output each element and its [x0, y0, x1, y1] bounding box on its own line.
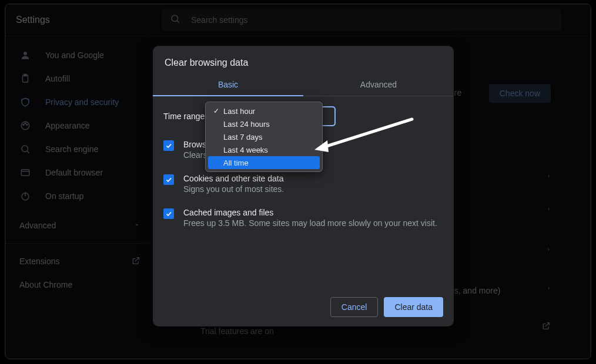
check-now-button[interactable]: Check now [489, 84, 551, 103]
person-icon [19, 50, 31, 60]
sidebar: You and Google Autofill Privacy and secu… [5, 36, 155, 359]
svg-point-0 [172, 15, 178, 22]
option-subtitle: Signs you out of most sites. [183, 184, 284, 194]
clipboard-icon [19, 73, 31, 84]
sidebar-item-label: You and Google [45, 50, 104, 60]
tab-basic[interactable]: Basic [153, 73, 303, 96]
sidebar-item-autofill[interactable]: Autofill [5, 67, 155, 90]
search-icon [170, 14, 180, 26]
time-range-dropdown: ✓ Last hour Last 24 hours Last 7 days La… [205, 102, 323, 172]
option-title: Cached images and files [183, 208, 437, 217]
sidebar-item-you-and-google[interactable]: You and Google [5, 43, 155, 67]
dropdown-option-all-time[interactable]: All time [208, 156, 320, 169]
option-title: Cookies and other site data [183, 174, 284, 183]
cancel-button[interactable]: Cancel [330, 297, 379, 317]
sidebar-item-label: Appearance [45, 121, 90, 130]
sidebar-item-label: Default browser [45, 168, 103, 177]
dropdown-option-last-24h[interactable]: Last 24 hours [206, 117, 322, 130]
palette-icon [19, 120, 31, 131]
checkbox-checked-icon[interactable] [163, 208, 174, 219]
text-fragment: ps, and more) [450, 286, 500, 295]
sidebar-item-appearance[interactable]: Appearance [5, 114, 155, 137]
svg-rect-11 [21, 170, 29, 176]
checkbox-checked-icon[interactable] [163, 140, 174, 151]
checkmark-icon: ✓ [212, 107, 221, 115]
dropdown-option-label: Last 24 hours [223, 120, 270, 129]
dropdown-option-last-4w[interactable]: Last 4 weeks [206, 143, 322, 156]
dropdown-option-last-7d[interactable]: Last 7 days [206, 130, 322, 143]
open-in-new-icon [131, 256, 140, 267]
clear-browsing-data-dialog: Clear browsing data Basic Advanced Time … [153, 46, 454, 326]
sidebar-link-extensions[interactable]: Extensions [5, 250, 155, 273]
sidebar-link-about-chrome[interactable]: About Chrome [5, 273, 155, 296]
shield-icon [19, 97, 31, 107]
tab-advanced[interactable]: Advanced [303, 73, 454, 96]
dropdown-option-label: Last 4 weeks [223, 146, 268, 154]
sidebar-item-label: Autofill [45, 74, 70, 83]
sidebar-item-label: Privacy and security [45, 97, 119, 107]
dialog-tabs: Basic Advanced [153, 73, 454, 96]
svg-line-10 [27, 151, 29, 153]
clear-data-button[interactable]: Clear data [384, 297, 443, 317]
browser-icon [19, 167, 31, 178]
search-placeholder: Search settings [191, 15, 248, 25]
trial-features-text: Trial features are on [200, 326, 274, 336]
chevron-down-icon [133, 221, 140, 230]
checkbox-checked-icon[interactable] [163, 174, 174, 185]
svg-point-7 [25, 123, 26, 124]
svg-point-9 [22, 146, 28, 152]
option-cookies[interactable]: Cookies and other site data Signs you ou… [163, 174, 443, 194]
open-in-new-icon [541, 321, 551, 333]
chevron-right-icon: › [548, 173, 550, 179]
sidebar-item-search-engine[interactable]: Search engine [5, 137, 155, 161]
svg-line-1 [177, 21, 179, 22]
sidebar-item-privacy-security[interactable]: Privacy and security [5, 90, 155, 114]
option-subtitle: Frees up 3.5 MB. Some sites may load mor… [183, 218, 437, 228]
divider [5, 243, 155, 244]
search-input[interactable]: Search settings [162, 9, 561, 31]
svg-point-8 [26, 124, 28, 126]
sidebar-link-label: Extensions [19, 257, 59, 266]
dropdown-option-label: All time [223, 159, 249, 167]
advanced-label: Advanced [19, 221, 56, 230]
sidebar-advanced-toggle[interactable]: Advanced [5, 213, 155, 238]
dialog-title: Clear browsing data [153, 46, 454, 73]
power-icon [19, 191, 31, 201]
option-cached[interactable]: Cached images and files Frees up 3.5 MB.… [163, 208, 443, 228]
svg-point-6 [23, 124, 24, 126]
chevron-right-icon: › [548, 205, 550, 212]
search-icon [19, 144, 31, 154]
sidebar-item-label: On startup [45, 191, 83, 201]
dropdown-option-label: Last hour [223, 107, 255, 116]
chevron-right-icon: › [548, 285, 550, 291]
dropdown-option-label: Last 7 days [223, 133, 263, 141]
sidebar-item-label: Search engine [45, 144, 98, 154]
sidebar-item-default-browser[interactable]: Default browser [5, 161, 155, 184]
svg-rect-4 [24, 75, 27, 76]
page-title: Settings [16, 15, 157, 25]
option-title: Brows [183, 140, 207, 149]
sidebar-item-on-startup[interactable]: On startup [5, 184, 155, 208]
dropdown-option-last-hour[interactable]: ✓ Last hour [206, 105, 322, 117]
option-subtitle: Clears [183, 150, 207, 160]
time-range-label: Time range [163, 112, 205, 121]
chevron-right-icon: › [548, 246, 550, 252]
svg-point-2 [24, 52, 27, 55]
sidebar-link-label: About Chrome [19, 280, 72, 289]
